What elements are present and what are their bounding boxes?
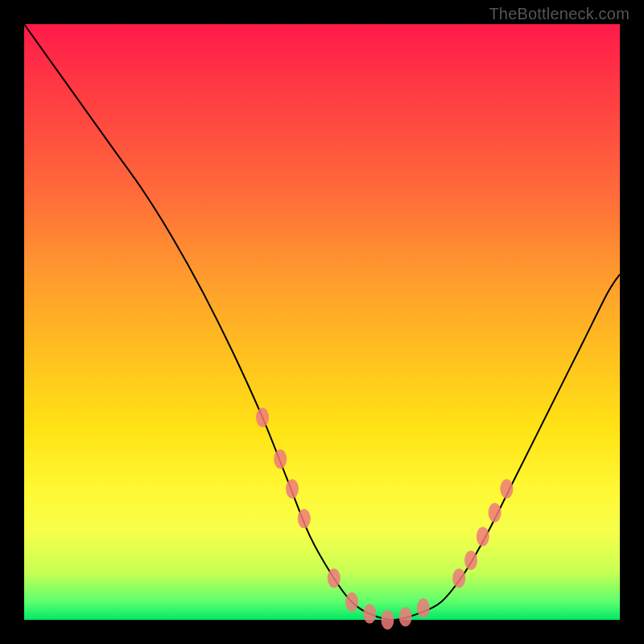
- curve-marker: [328, 568, 341, 588]
- curve-svg: [24, 24, 620, 620]
- watermark-text: TheBottleneck.com: [489, 5, 630, 23]
- curve-marker: [489, 503, 502, 522]
- curve-markers: [256, 407, 513, 630]
- curve-marker: [464, 551, 477, 570]
- curve-marker: [417, 598, 430, 617]
- curve-marker: [298, 509, 311, 528]
- curve-marker: [399, 607, 412, 626]
- curve-marker: [477, 526, 489, 546]
- curve-marker: [286, 479, 299, 498]
- curve-marker: [452, 568, 465, 588]
- curve-marker: [363, 605, 376, 624]
- curve-marker: [500, 479, 513, 498]
- chart-frame: TheBottleneck.com: [0, 0, 644, 644]
- curve-marker: [381, 610, 394, 630]
- plot-area: [24, 24, 620, 620]
- curve-marker: [345, 592, 358, 612]
- curve-marker: [256, 407, 269, 427]
- curve-marker: [274, 449, 287, 469]
- bottleneck-curve: [24, 24, 620, 620]
